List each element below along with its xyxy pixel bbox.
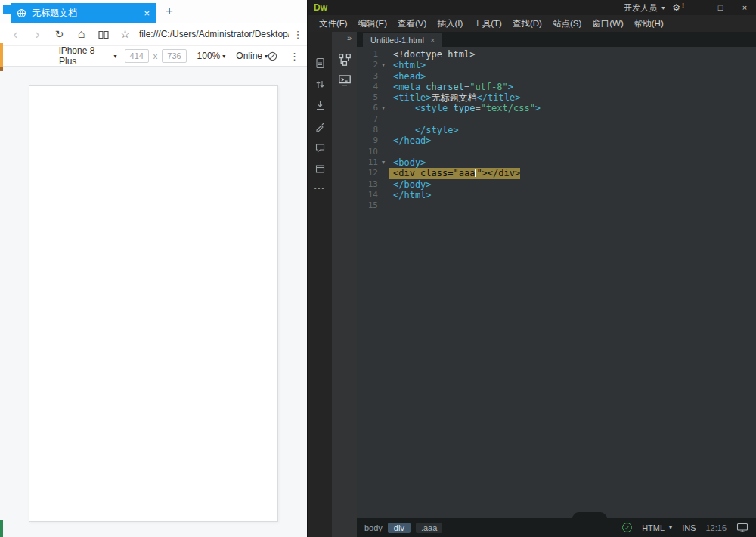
rotate-disabled-icon[interactable] — [268, 51, 277, 61]
settings-gear-icon[interactable]: ⚙ ! — [672, 2, 680, 13]
new-tab-button[interactable]: + — [160, 2, 178, 20]
code-line[interactable]: 7 — [357, 114, 756, 125]
code-line[interactable]: 3<head> — [357, 71, 756, 82]
refresh-icon[interactable]: ↻ — [48, 28, 70, 40]
dw-statusbar: bodydiv.aaa ✓ HTML ▾ INS 12:16 — [357, 518, 756, 537]
line-number: 3 — [357, 71, 378, 82]
viewport-width-input[interactable]: 414 — [125, 49, 149, 63]
code-line[interactable]: 13</body> — [357, 179, 756, 190]
tag-selector-crumb[interactable]: body — [364, 523, 383, 532]
code-text: </style> — [389, 125, 459, 135]
device-name: iPhone 8 Plus — [59, 45, 112, 67]
menu-item[interactable]: 查看(V) — [392, 18, 432, 29]
structure-panel-icon[interactable] — [338, 53, 352, 67]
menu-item[interactable]: 查找(D) — [507, 18, 547, 29]
device-select[interactable]: iPhone 8 Plus ▾ — [59, 45, 117, 67]
browser-tab[interactable]: 无标题文档 × — [11, 3, 156, 23]
close-button[interactable]: × — [736, 3, 753, 12]
code-line[interactable]: 14</html> — [357, 190, 756, 200]
cursor-position: 12:16 — [705, 523, 727, 532]
customize-toolbar-icon[interactable]: ••• — [314, 185, 325, 191]
doctype-indicator[interactable]: HTML ▾ — [642, 523, 672, 532]
code-line[interactable]: 12<div class="aaa"></div> — [357, 168, 756, 178]
live-code-icon[interactable] — [314, 100, 326, 111]
realtime-preview-icon[interactable] — [736, 523, 748, 532]
status-crumbs: bodydiv.aaa — [364, 523, 442, 533]
insert-mode-indicator: INS — [682, 523, 696, 532]
line-number: 1 — [357, 49, 378, 60]
menu-item[interactable]: 窗口(W) — [587, 18, 629, 29]
globe-icon — [17, 8, 26, 18]
back-icon[interactable]: ‹ — [5, 27, 26, 41]
code-line[interactable]: 1<!doctype html> — [357, 49, 756, 60]
menu-item[interactable]: 文件(F) — [314, 18, 353, 29]
snippets-panel-icon[interactable] — [338, 74, 352, 86]
tag-selector-crumb[interactable]: div — [388, 523, 411, 533]
dw-main: ••• » Untitled-1.html × — [308, 32, 756, 537]
collapse-panels-icon[interactable]: » — [347, 33, 357, 42]
code-line[interactable]: 5<title>无标题文档</title> — [357, 92, 756, 103]
reading-view-icon[interactable] — [92, 28, 114, 40]
fold-arrow-icon[interactable]: ▼ — [378, 60, 389, 70]
zoom-select[interactable]: 100% ▾ — [197, 51, 226, 61]
address-text[interactable]: file:///C:/Users/Administrator/Desktop/新 — [139, 28, 289, 41]
menu-item[interactable]: 编辑(E) — [353, 18, 392, 29]
code-line[interactable]: 9</head> — [357, 135, 756, 146]
inspect-window-icon[interactable] — [314, 163, 326, 175]
maximize-button[interactable]: □ — [712, 3, 729, 12]
favorites-star-icon[interactable]: ☆ — [114, 28, 136, 40]
notification-badge: ! — [682, 2, 684, 9]
line-number: 6 — [357, 103, 378, 113]
code-line[interactable]: 6▼ <style type="text/css"> — [357, 103, 756, 113]
fold-arrow-icon[interactable]: ▼ — [378, 103, 389, 113]
code-lines[interactable]: 1<!doctype html>2▼<html>3<head>4<meta ch… — [357, 47, 756, 518]
format-source-icon[interactable] — [314, 121, 326, 132]
network-select[interactable]: Online ▾ — [236, 51, 268, 61]
browser-more-icon[interactable]: ⋮ — [289, 29, 307, 40]
workspace-switcher[interactable]: 开发人员 ▾ — [624, 2, 665, 14]
line-number: 15 — [357, 200, 378, 211]
dw-logo: Dw — [314, 2, 327, 13]
code-line[interactable]: 8 </style> — [357, 125, 756, 135]
fold-arrow-icon[interactable]: ▼ — [378, 157, 389, 168]
line-number: 11 — [357, 157, 378, 168]
code-line[interactable]: 2▼<html> — [357, 60, 756, 70]
menu-item[interactable]: 站点(S) — [547, 18, 587, 29]
statusbar-handle — [572, 512, 607, 519]
browser-navbar: ‹ › ↻ ⌂ ☆ file:///C:/Users/Administrator… — [0, 23, 307, 45]
device-more-icon[interactable]: ⋮ — [290, 51, 299, 62]
minimize-button[interactable]: − — [688, 3, 705, 12]
preview-page — [29, 85, 278, 522]
preview-viewport — [0, 67, 307, 537]
tab-close-icon[interactable]: × — [144, 8, 150, 18]
dreamweaver-window: Dw 开发人员 ▾ ⚙ ! − □ × 文件(F)编辑(E)查看(V)插入(I)… — [307, 0, 756, 537]
code-line[interactable]: 4<meta charset="utf-8"> — [357, 82, 756, 92]
background-window-sliver-orange — [0, 43, 3, 67]
menu-item[interactable]: 工具(T) — [468, 18, 507, 29]
file-management-icon[interactable] — [314, 79, 326, 90]
code-line[interactable]: 10 — [357, 147, 756, 157]
tab-close-icon[interactable]: × — [430, 36, 435, 45]
code-line[interactable]: 15 — [357, 200, 756, 211]
apply-comment-icon[interactable] — [314, 142, 326, 154]
dw-panel-dock: » — [332, 32, 357, 537]
menu-item[interactable]: 插入(I) — [432, 18, 468, 29]
line-number: 2 — [357, 60, 378, 70]
viewport-height-input[interactable]: 736 — [162, 49, 186, 63]
code-text: <meta charset="utf-8"> — [389, 82, 513, 92]
line-number: 9 — [357, 135, 378, 146]
document-tab[interactable]: Untitled-1.html × — [363, 33, 442, 47]
menu-item[interactable]: 帮助(H) — [629, 18, 669, 29]
code-editor-pane: Untitled-1.html × 1<!doctype html>2▼<htm… — [357, 32, 756, 537]
lint-ok-icon: ✓ — [622, 523, 632, 532]
code-text: <!doctype html> — [389, 49, 475, 60]
document-tabbar: Untitled-1.html × — [357, 32, 756, 47]
line-number: 14 — [357, 190, 378, 200]
code-line[interactable]: 11▼<body> — [357, 157, 756, 168]
tag-selector-crumb[interactable]: .aaa — [416, 523, 442, 533]
open-documents-icon[interactable] — [314, 57, 326, 69]
home-icon[interactable]: ⌂ — [70, 27, 92, 41]
forward-icon[interactable]: › — [26, 27, 48, 41]
gear-glyph: ⚙ — [672, 2, 680, 13]
code-text: <html> — [389, 60, 426, 70]
